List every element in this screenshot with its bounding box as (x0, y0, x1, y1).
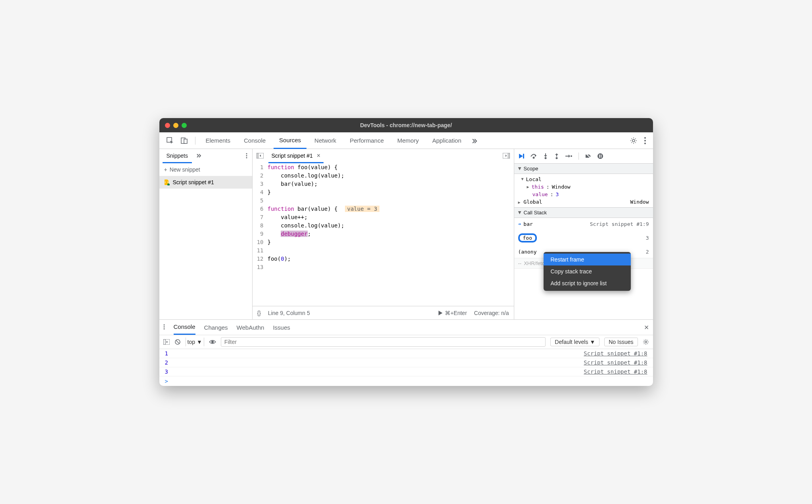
format-code-icon[interactable]: {} (257, 310, 261, 316)
device-toolbar-icon[interactable] (178, 135, 190, 147)
close-tab-icon[interactable]: × (317, 152, 320, 159)
console-context-selector[interactable]: top▼ (186, 338, 204, 346)
scope-value-row[interactable]: value: 3 (514, 191, 653, 198)
callstack-frame-foo[interactable]: foo 3 (514, 230, 653, 246)
console-log-row[interactable]: 2 Script snippet #1:8 (159, 358, 653, 367)
close-window-button[interactable] (165, 123, 170, 128)
scope-section-header[interactable]: ▶Scope (514, 163, 653, 174)
sources-content: Snippets + New snippet Script snippet #1 (159, 149, 653, 319)
callstack-frame-foo-highlight: foo (518, 233, 537, 242)
run-snippet-hint[interactable]: ⌘+Enter (439, 310, 467, 316)
drawer-tab-issues[interactable]: Issues (273, 320, 290, 335)
svg-point-4 (644, 137, 646, 139)
step-icon[interactable] (565, 154, 572, 158)
console-sidebar-toggle-icon[interactable] (163, 339, 170, 345)
console-prompt[interactable]: > (159, 376, 653, 386)
code-editor-area: Script snippet #1 × 1 2 3 4 5 6 7 8 (253, 149, 514, 319)
sidebar-more-tabs-icon[interactable] (195, 152, 203, 161)
close-drawer-icon[interactable]: × (644, 323, 649, 332)
editor-tab-name: Script snippet #1 (272, 153, 313, 159)
svg-point-24 (163, 326, 165, 327)
drawer-tab-webauthn[interactable]: WebAuthn (237, 320, 264, 335)
step-over-icon[interactable] (530, 153, 537, 159)
svg-point-18 (555, 157, 557, 159)
scope-global-row[interactable]: ▶ GlobalWindow (514, 198, 653, 206)
callstack-frame-bar[interactable]: ➔bar Script snippet #1:9 (514, 218, 653, 230)
svg-point-8 (246, 155, 247, 156)
drawer-tab-changes[interactable]: Changes (204, 320, 228, 335)
inline-value-hint: value = 3 (345, 206, 380, 212)
kebab-menu-icon[interactable] (642, 135, 648, 147)
menu-restart-frame[interactable]: Restart frame (544, 254, 631, 265)
tab-sources[interactable]: Sources (274, 132, 306, 149)
drawer-tab-bar: Console Changes WebAuthn Issues × (159, 320, 653, 335)
snippet-list-item[interactable]: Script snippet #1 (159, 176, 252, 189)
tab-memory[interactable]: Memory (392, 132, 424, 149)
clear-console-icon[interactable] (174, 339, 181, 345)
console-source-link[interactable]: Script snippet #1:8 (584, 368, 647, 375)
pause-on-exceptions-icon[interactable] (597, 153, 603, 159)
console-log-row[interactable]: 1 Script snippet #1:8 (159, 349, 653, 358)
navigator-sidebar: Snippets + New snippet Script snippet #1 (159, 149, 253, 319)
svg-point-7 (246, 153, 247, 154)
menu-copy-stack-trace[interactable]: Copy stack trace (544, 265, 631, 277)
console-toolbar: top▼ Default levels▼ No Issues (159, 335, 653, 349)
toggle-navigator-icon[interactable] (256, 152, 264, 160)
console-filter-input[interactable] (221, 337, 546, 347)
new-snippet-button[interactable]: + New snippet (159, 163, 252, 176)
console-source-link[interactable]: Script snippet #1:8 (584, 350, 647, 357)
svg-point-29 (211, 341, 214, 343)
maximize-window-button[interactable] (182, 123, 187, 128)
scope-local-group[interactable]: ▶Local (514, 176, 653, 183)
editor-file-tab[interactable]: Script snippet #1 × (268, 149, 324, 163)
settings-gear-icon[interactable] (628, 135, 640, 147)
deactivate-breakpoints-icon[interactable] (585, 153, 592, 159)
drawer-tab-console[interactable]: Console (174, 320, 195, 335)
tab-application[interactable]: Application (427, 132, 467, 149)
play-icon (439, 311, 442, 315)
tab-performance[interactable]: Performance (344, 132, 389, 149)
scope-section: ▶Local ▶this: Window value: 3 ▶ GlobalWi… (514, 174, 653, 207)
minimize-window-button[interactable] (173, 123, 178, 128)
snippet-name: Script snippet #1 (173, 179, 214, 185)
traffic-lights (165, 123, 187, 128)
callstack-section-header[interactable]: ▶Call Stack (514, 207, 653, 218)
devtools-window: DevTools - chrome://new-tab-page/ Elemen… (159, 118, 653, 386)
log-levels-selector[interactable]: Default levels▼ (550, 338, 599, 346)
sidebar-kebab-icon[interactable] (244, 151, 249, 161)
inspect-element-icon[interactable] (164, 135, 176, 147)
tab-console[interactable]: Console (238, 132, 271, 149)
drawer-panel: Console Changes WebAuthn Issues × top▼ D… (159, 319, 653, 386)
tab-network[interactable]: Network (309, 132, 342, 149)
menu-add-ignore-list[interactable]: Add script to ignore list (544, 277, 631, 289)
scope-this-row[interactable]: ▶this: Window (514, 183, 653, 191)
no-issues-button[interactable]: No Issues (604, 338, 638, 346)
more-tabs-icon[interactable] (469, 136, 480, 146)
step-out-icon[interactable] (554, 153, 559, 159)
step-into-icon[interactable] (543, 153, 548, 159)
code-editor[interactable]: 1 2 3 4 5 6 7 8 9 10 11 12 13 function f… (253, 163, 514, 306)
svg-point-6 (644, 143, 646, 144)
coverage-status: Coverage: n/a (474, 310, 509, 316)
toggle-debugger-icon[interactable] (502, 152, 511, 160)
snippets-tab[interactable]: Snippets (163, 149, 192, 163)
line-number-gutter: 1 2 3 4 5 6 7 8 9 10 11 12 13 (253, 163, 268, 306)
debugger-pane: ▶Scope ▶Local ▶this: Window value: 3 ▶ G… (514, 149, 653, 319)
console-output: 1 Script snippet #1:8 2 Script snippet #… (159, 349, 653, 386)
resume-execution-icon[interactable] (518, 153, 525, 159)
live-expression-icon[interactable] (209, 340, 216, 344)
svg-point-5 (644, 140, 646, 141)
console-log-row[interactable]: 3 Script snippet #1:8 (159, 367, 653, 376)
svg-point-23 (163, 324, 165, 325)
tab-elements[interactable]: Elements (200, 132, 236, 149)
debugger-toolbar (514, 149, 653, 163)
titlebar: DevTools - chrome://new-tab-page/ (159, 118, 653, 132)
svg-point-16 (532, 157, 534, 159)
svg-point-20 (598, 153, 603, 159)
svg-point-9 (246, 157, 247, 158)
drawer-kebab-icon[interactable] (163, 324, 165, 331)
svg-point-3 (632, 139, 635, 142)
plus-icon: + (164, 166, 167, 173)
console-settings-gear-icon[interactable] (643, 339, 649, 345)
console-source-link[interactable]: Script snippet #1:8 (584, 359, 647, 366)
